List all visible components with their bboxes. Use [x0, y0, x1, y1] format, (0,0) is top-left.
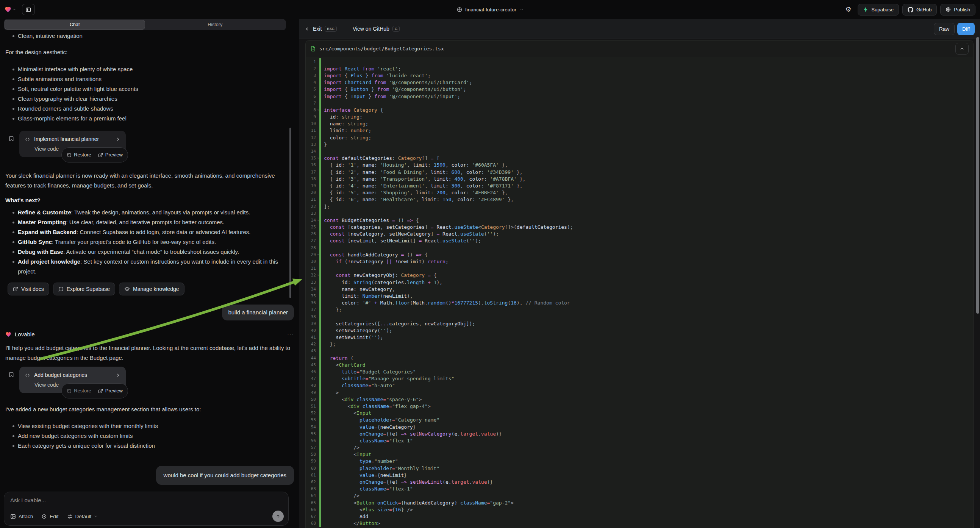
code-line: 58 <Input: [306, 451, 973, 458]
chat-scrollbar[interactable]: [290, 128, 291, 298]
composer-placeholder[interactable]: Ask Lovable...: [10, 497, 283, 503]
code-line: 30 if (!newCategory || !newLimit) return…: [306, 258, 973, 265]
lovable-heart-icon: [5, 6, 11, 13]
tool-card-row: Add budget categories View code Restore …: [8, 367, 294, 393]
send-button[interactable]: [272, 511, 284, 522]
chat-message-list[interactable]: Clean, intuitive navigation For the desi…: [0, 31, 299, 491]
code-line: 41 setNewLimit('');: [306, 334, 973, 341]
code-line: 24const BudgetCategories = () => {: [306, 217, 973, 223]
code-line: 65 <Button onClick={handleAddCategory} c…: [306, 499, 973, 506]
lovable-logo-menu[interactable]: [5, 6, 16, 13]
code-line: 7: [306, 100, 973, 107]
code-line: 18 { id: '3', name: 'Transportation', li…: [306, 175, 973, 182]
mode-selector[interactable]: Default: [67, 514, 98, 519]
bookmark-icon[interactable]: [8, 135, 14, 157]
code-line: 40 setNewCategory('');: [306, 327, 973, 334]
code-editor[interactable]: 12import React from 'react';3import { Pl…: [306, 57, 973, 528]
diff-button[interactable]: Diff: [957, 23, 975, 35]
restore-button[interactable]: Restore: [67, 386, 91, 396]
code-line: 1: [306, 58, 973, 65]
code-line: 6import { Input } from '@/components/ui/…: [306, 93, 973, 100]
code-line: 11 limit: number;: [306, 127, 973, 134]
code-icon: [25, 373, 30, 378]
gear-icon: ⚙: [845, 5, 851, 14]
chevron-left-icon: [305, 27, 310, 32]
globe-icon: [945, 7, 951, 12]
code-line: 29 const handleAddCategory = () => {: [306, 251, 973, 258]
chevron-down-icon: [13, 8, 16, 11]
window-scrollbar[interactable]: [976, 37, 979, 313]
attach-button[interactable]: Attach: [10, 514, 33, 519]
settings-button[interactable]: ⚙: [842, 4, 854, 15]
edit-button[interactable]: Edit: [41, 514, 58, 519]
preview-button[interactable]: Preview: [98, 386, 123, 396]
file-header[interactable]: src/components/budget/BudgetCategories.t…: [306, 41, 973, 57]
design-bullet-list: Minimalist interface with plenty of whit…: [5, 64, 294, 124]
g-key-badge: G: [393, 26, 400, 32]
code-line: 49 >: [306, 389, 973, 396]
github-button[interactable]: GitHub: [902, 4, 937, 16]
raw-button[interactable]: Raw: [934, 23, 955, 35]
code-line: 52 <Input: [306, 410, 973, 417]
code-line: 10 name: string;: [306, 121, 973, 127]
code-view-panel: Exit ESC View on GitHub G Raw Diff src/c…: [299, 19, 980, 528]
prompt-composer[interactable]: Ask Lovable... Attach Edit Default: [4, 491, 289, 526]
exit-button[interactable]: Exit ESC: [313, 26, 337, 32]
user-message: build a financial planner: [222, 305, 294, 320]
project-name: financial-future-creator: [465, 7, 516, 13]
tool-card-row: Implement financial planner View code Re…: [8, 131, 294, 157]
code-line: 27 const [newLimit, setNewLimit] = React…: [306, 237, 973, 244]
list-item: Clean typography with clear hierarchies: [5, 94, 294, 104]
chevron-right-icon: [116, 373, 121, 378]
publish-button[interactable]: Publish: [940, 4, 975, 16]
code-line: 62 onChange={(e) => setNewLimit(e.target…: [306, 479, 973, 485]
chevron-down-icon: [94, 514, 98, 518]
explore-supabase-button[interactable]: Explore Supabase: [53, 283, 115, 296]
code-line: 64 />: [306, 492, 973, 499]
whats-next-list: Refine & Customize: Tweak the design, an…: [5, 208, 294, 277]
tab-chat[interactable]: Chat: [5, 20, 145, 30]
list-item: Subtle animations and transitions: [5, 74, 294, 84]
project-switcher[interactable]: financial-future-creator: [457, 7, 523, 13]
preview-button[interactable]: Preview: [98, 150, 123, 160]
restore-button[interactable]: Restore: [67, 150, 91, 160]
target-icon: [41, 514, 47, 519]
manage-knowledge-button[interactable]: Manage knowledge: [119, 283, 184, 296]
github-icon: [908, 7, 913, 13]
file-diff-card: src/components/budget/BudgetCategories.t…: [305, 40, 974, 528]
restore-icon: [67, 389, 72, 394]
implement-financial-planner-card[interactable]: Implement financial planner View code Re…: [19, 131, 126, 157]
added-paragraph: I've added a new budget categories manag…: [5, 404, 294, 414]
collapse-file-button[interactable]: [955, 43, 969, 54]
file-path: src/components/budget/BudgetCategories.t…: [319, 46, 444, 51]
view-on-github-button[interactable]: View on GitHub G: [353, 26, 400, 32]
code-line: 45 <ChartCard: [306, 361, 973, 368]
sidebar-toggle-button[interactable]: [22, 4, 35, 15]
code-line: 43: [306, 348, 973, 355]
tab-history[interactable]: History: [145, 20, 286, 30]
top-bar: financial-future-creator ⚙ Supabase GitH…: [0, 0, 980, 19]
code-line: 54 value={newCategory}: [306, 423, 973, 430]
more-menu-icon[interactable]: ···: [287, 329, 294, 339]
bullet-list: Clean, intuitive navigation: [5, 31, 294, 41]
list-item: View existing budget categories with the…: [5, 421, 294, 431]
restore-preview-pill: Restore Preview: [61, 383, 128, 398]
visit-docs-button[interactable]: Visit docs: [8, 283, 49, 296]
list-item: Refine & Customize: Tweak the design, an…: [5, 208, 294, 218]
panel-divider: [299, 19, 299, 528]
assistant-name: Lovable: [15, 329, 35, 339]
external-link-icon: [98, 153, 103, 157]
code-line: 37 };: [306, 307, 973, 313]
supabase-button[interactable]: Supabase: [858, 4, 899, 16]
code-line: 60 placeholder="Monthly limit": [306, 465, 973, 472]
code-icon: [25, 137, 30, 142]
bookmark-icon[interactable]: [8, 372, 14, 393]
panel-icon: [25, 7, 32, 13]
code-line: 59 type="number": [306, 458, 973, 465]
code-line: 16 { id: '1', name: 'Housing', limit: 15…: [306, 162, 973, 169]
add-budget-categories-card[interactable]: Add budget categories View code Restore …: [19, 367, 126, 393]
code-line: 44 return (: [306, 355, 973, 361]
code-line: 68 </Button>: [306, 520, 973, 527]
chevron-up-icon: [959, 46, 964, 51]
list-item: Each category gets a unique color for vi…: [5, 441, 294, 451]
